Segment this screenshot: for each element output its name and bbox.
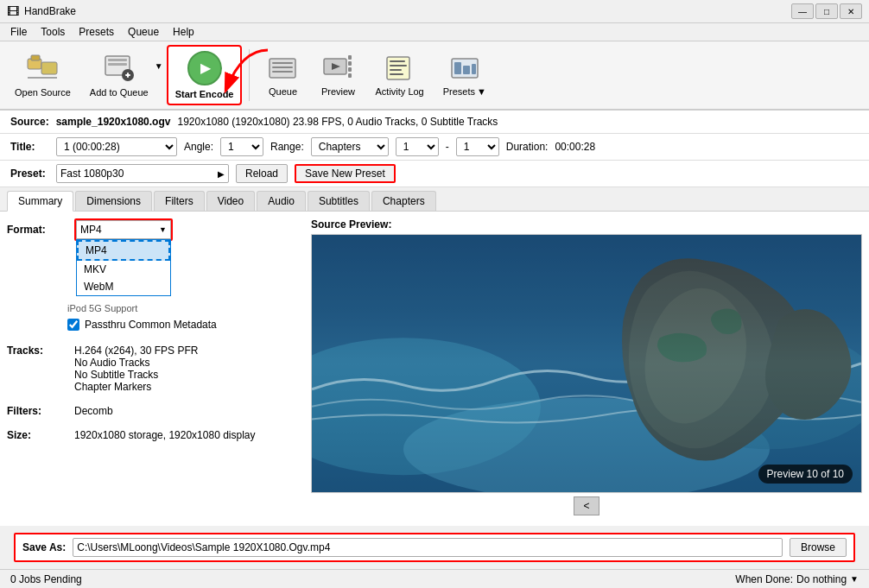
format-option-webm[interactable]: WebM (77, 278, 170, 295)
maximize-button[interactable]: □ (815, 3, 838, 19)
angle-label: Angle: (184, 141, 213, 153)
svg-rect-16 (348, 55, 352, 60)
preview-button[interactable]: Preview (312, 45, 364, 105)
passthru-checkbox[interactable] (67, 319, 79, 331)
format-option-mp4[interactable]: MP4 (77, 240, 170, 261)
tracks-row: Tracks: H.264 (x264), 30 FPS PFR No Audi… (7, 345, 301, 393)
jobs-pending: 0 Jobs Pending (10, 573, 82, 585)
passthru-row: Passthru Common Metadata (67, 319, 301, 331)
preset-input[interactable] (57, 165, 214, 182)
titlebar-title: HandBrake (24, 5, 791, 17)
statusbar: 0 Jobs Pending When Done: Do nothing ▼ (0, 569, 869, 588)
preview-back-button[interactable]: < (574, 496, 599, 515)
right-panel: Source Preview: (311, 218, 862, 519)
size-value: 1920x1080 storage, 1920x1080 display (74, 429, 256, 441)
filters-label: Filters: (7, 405, 67, 417)
format-dropdown-arrow: ▼ (159, 225, 167, 234)
duration-value: 00:00:28 (555, 141, 595, 153)
tabs: Summary Dimensions Filters Video Audio S… (0, 187, 869, 212)
menu-presets[interactable]: Presets (72, 24, 121, 40)
svg-rect-11 (272, 62, 293, 64)
presets-label: Presets ▼ (443, 86, 486, 97)
presets-icon (448, 54, 481, 83)
svg-rect-6 (108, 63, 127, 66)
play-icon (187, 51, 222, 85)
range-from-select[interactable]: 1 (396, 137, 439, 156)
range-select[interactable]: Chapters (311, 137, 389, 156)
reload-button[interactable]: Reload (236, 164, 288, 183)
dropdown-arrow-queue[interactable]: ▼ (155, 61, 163, 71)
minimize-button[interactable]: — (791, 3, 814, 19)
title-select[interactable]: 1 (00:00:28) (56, 137, 177, 156)
passthru-label: Passthru Common Metadata (85, 319, 217, 331)
preview-navigation: < (311, 493, 862, 519)
menu-tools[interactable]: Tools (34, 24, 72, 40)
format-dropdown-menu: MP4 MKV WebM (76, 239, 171, 296)
activity-log-button[interactable]: Activity Log (367, 45, 431, 105)
titlebar-controls: — □ ✕ (791, 3, 862, 19)
format-dropdown-container: MP4 ▼ MP4 MKV WebM (74, 218, 173, 241)
queue-button[interactable]: Queue (257, 45, 308, 105)
svg-rect-19 (348, 73, 352, 78)
format-select-trigger[interactable]: MP4 ▼ (76, 220, 171, 239)
toolbar-separator-1 (249, 49, 250, 101)
preview-icon (321, 54, 354, 83)
angle-select[interactable]: 1 (220, 137, 263, 156)
filters-value: Decomb (74, 405, 113, 417)
when-done-value: Do nothing (796, 573, 847, 585)
source-filename: sample_1920x1080.ogv (56, 116, 171, 128)
preview-image: Preview 10 of 10 (311, 234, 862, 493)
save-as-label: Save As: (22, 541, 66, 553)
menu-help[interactable]: Help (166, 24, 201, 40)
activity-log-icon (384, 54, 416, 83)
activity-log-label: Activity Log (375, 86, 423, 97)
preset-row: Preset: ▶ Reload Save New Preset (0, 161, 869, 187)
app-window: 🎞 HandBrake — □ ✕ File Tools Presets Que… (0, 0, 869, 588)
tab-dimensions[interactable]: Dimensions (75, 191, 152, 211)
range-to-select[interactable]: 1 (456, 137, 499, 156)
preview-badge: Preview 10 of 10 (758, 465, 853, 484)
tab-video[interactable]: Video (206, 191, 255, 211)
tab-chapters[interactable]: Chapters (371, 191, 436, 211)
svg-rect-22 (390, 65, 407, 66)
add-to-queue-button[interactable]: Add to Queue (82, 45, 156, 105)
title-row: Title: 1 (00:00:28) Angle: 1 Range: Chap… (0, 134, 869, 161)
save-as-input[interactable] (73, 538, 783, 557)
svg-rect-5 (108, 59, 127, 61)
tab-summary[interactable]: Summary (7, 191, 73, 212)
open-source-button[interactable]: Open Source (7, 45, 79, 105)
presets-button[interactable]: Presets ▼ (435, 45, 494, 105)
source-label: Source: (10, 116, 49, 128)
save-as-container: Save As: Browse (0, 526, 869, 569)
menu-file[interactable]: File (3, 24, 34, 40)
source-info: 1920x1080 (1920x1080) 23.98 FPS, 0 Audio… (177, 116, 498, 128)
preset-label: Preset: (10, 168, 49, 180)
format-option-mkv[interactable]: MKV (77, 261, 170, 278)
svg-rect-17 (348, 61, 352, 66)
add-to-queue-label: Add to Queue (90, 87, 149, 98)
titlebar: 🎞 HandBrake — □ ✕ (0, 0, 869, 23)
range-dash: - (446, 141, 449, 153)
svg-rect-12 (272, 66, 293, 68)
when-done-arrow[interactable]: ▼ (850, 574, 859, 584)
browse-button[interactable]: Browse (790, 538, 847, 557)
save-new-preset-button[interactable]: Save New Preset (295, 164, 396, 183)
when-done-label: When Done: (735, 573, 793, 585)
queue-label: Queue (269, 86, 297, 97)
menu-queue[interactable]: Queue (121, 24, 166, 40)
add-to-queue-icon (102, 53, 136, 84)
ipod-support-row: iPod 5G Support (67, 303, 301, 313)
close-button[interactable]: ✕ (840, 3, 862, 19)
title-label: Title: (10, 141, 49, 153)
toolbar: Open Source Add to Queue ▼ (0, 41, 869, 111)
tab-filters[interactable]: Filters (154, 191, 205, 211)
tab-subtitles[interactable]: Subtitles (308, 191, 370, 211)
svg-rect-18 (348, 67, 352, 72)
track-3: No Subtitle Tracks (74, 369, 198, 381)
svg-rect-27 (463, 66, 470, 74)
svg-rect-28 (472, 64, 476, 74)
start-encode-icon (187, 51, 222, 85)
preview-label: Preview (321, 86, 355, 97)
tab-audio[interactable]: Audio (257, 191, 306, 211)
start-encode-button[interactable]: Start Encode (167, 45, 243, 105)
